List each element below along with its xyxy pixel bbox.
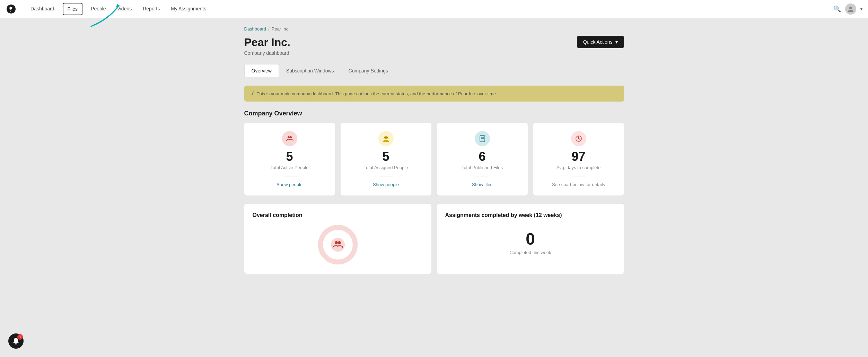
active-people-icon: [282, 131, 297, 146]
tab-company-settings[interactable]: Company Settings: [341, 64, 395, 77]
nav-videos[interactable]: Videos: [112, 0, 138, 18]
active-people-label: Total Active People: [271, 165, 309, 170]
info-icon: 𝑖: [251, 90, 253, 97]
quick-actions-button[interactable]: Quick Actions ▾: [577, 36, 624, 48]
avg-days-number: 97: [571, 150, 585, 163]
tab-subscription-windows[interactable]: Subscription Windows: [279, 64, 341, 77]
breadcrumb-separator: /: [268, 26, 270, 32]
stat-card-assigned-people: 5 Total Assigned People Show people: [341, 123, 431, 195]
svg-point-1: [849, 7, 852, 9]
assigned-people-number: 5: [382, 150, 389, 163]
active-people-action[interactable]: Show people: [277, 182, 303, 187]
avg-days-action: See chart below for details: [552, 182, 605, 187]
svg-point-18: [338, 241, 341, 244]
breadcrumb: Dashboard / Pear Inc.: [244, 26, 624, 32]
avg-days-icon: [571, 131, 586, 146]
assigned-people-icon: [378, 131, 394, 146]
published-files-icon: [475, 131, 490, 146]
breadcrumb-current: Pear Inc.: [272, 26, 290, 32]
chevron-down-icon: ▾: [615, 39, 618, 45]
active-people-divider: [283, 176, 297, 176]
nav-links: Dashboard Files People Videos Reports My…: [25, 0, 833, 18]
bottom-section: Overall completion Assignments completed…: [244, 204, 624, 274]
svg-line-13: [579, 139, 580, 139]
svg-point-6: [386, 137, 387, 138]
svg-point-16: [331, 238, 345, 252]
completed-this-week-label: Completed this week: [445, 250, 616, 255]
page-title-block: Pear Inc. Company dashboard: [244, 36, 290, 56]
assigned-people-divider: [379, 176, 393, 176]
assignments-by-week-card: Assignments completed by week (12 weeks)…: [437, 204, 624, 274]
assigned-people-label: Total Assigned People: [364, 165, 408, 170]
breadcrumb-dashboard[interactable]: Dashboard: [244, 26, 266, 32]
main-content: Dashboard / Pear Inc. Pear Inc. Company …: [233, 18, 635, 282]
avg-days-label: Avg. days to complete: [556, 165, 601, 170]
svg-point-17: [335, 241, 338, 244]
published-files-action[interactable]: Show files: [472, 182, 492, 187]
nav-search-area: 🔍 ▾: [833, 3, 862, 15]
assigned-people-action[interactable]: Show people: [373, 182, 399, 187]
overall-completion-card: Overall completion: [244, 204, 431, 274]
nav-my-assignments[interactable]: My Assignments: [165, 0, 212, 18]
svg-point-3: [290, 136, 292, 138]
info-banner: 𝑖 This is your main company dashboard. T…: [244, 86, 624, 102]
published-files-label: Total Published Files: [462, 165, 503, 170]
search-icon[interactable]: 🔍: [833, 5, 841, 13]
nav-files[interactable]: Files: [63, 3, 83, 15]
page-header: Pear Inc. Company dashboard Quick Action…: [244, 36, 624, 56]
overall-completion-title: Overall completion: [253, 212, 423, 218]
svg-point-5: [384, 137, 385, 138]
published-files-number: 6: [479, 150, 485, 163]
active-people-number: 5: [286, 150, 293, 163]
nav-people[interactable]: People: [85, 0, 112, 18]
page-title: Pear Inc.: [244, 36, 290, 49]
nav-reports[interactable]: Reports: [137, 0, 165, 18]
avg-days-divider: [572, 176, 586, 176]
svg-point-19: [15, 343, 17, 345]
info-banner-text: This is your main company dashboard. Thi…: [257, 91, 497, 96]
notification-badge[interactable]: 1: [8, 333, 24, 349]
stat-card-avg-days: 97 Avg. days to complete See chart below…: [533, 123, 624, 195]
stat-card-active-people: 5 Total Active People Show people: [244, 123, 335, 195]
assignments-by-week-title: Assignments completed by week (12 weeks): [445, 212, 616, 218]
nav-dashboard[interactable]: Dashboard: [25, 0, 60, 18]
stat-cards: 5 Total Active People Show people 5 Tota…: [244, 123, 624, 195]
company-overview-title: Company Overview: [244, 110, 624, 117]
quick-actions-label: Quick Actions: [583, 39, 613, 45]
stat-card-published-files: 6 Total Published Files Show files: [437, 123, 528, 195]
completion-chart: [253, 224, 423, 265]
user-chevron-icon[interactable]: ▾: [860, 7, 862, 11]
page-tabs: Overview Subscription Windows Company Se…: [244, 64, 624, 77]
svg-point-2: [288, 136, 290, 138]
tab-overview[interactable]: Overview: [244, 64, 279, 77]
notification-count: 1: [17, 334, 23, 340]
logo[interactable]: [6, 3, 17, 15]
published-files-divider: [475, 176, 489, 176]
completed-this-week-number: 0: [445, 229, 616, 249]
donut-chart: [317, 224, 359, 265]
page-subtitle: Company dashboard: [244, 50, 290, 56]
top-navigation: Dashboard Files People Videos Reports My…: [0, 0, 868, 18]
user-avatar[interactable]: [845, 3, 856, 15]
